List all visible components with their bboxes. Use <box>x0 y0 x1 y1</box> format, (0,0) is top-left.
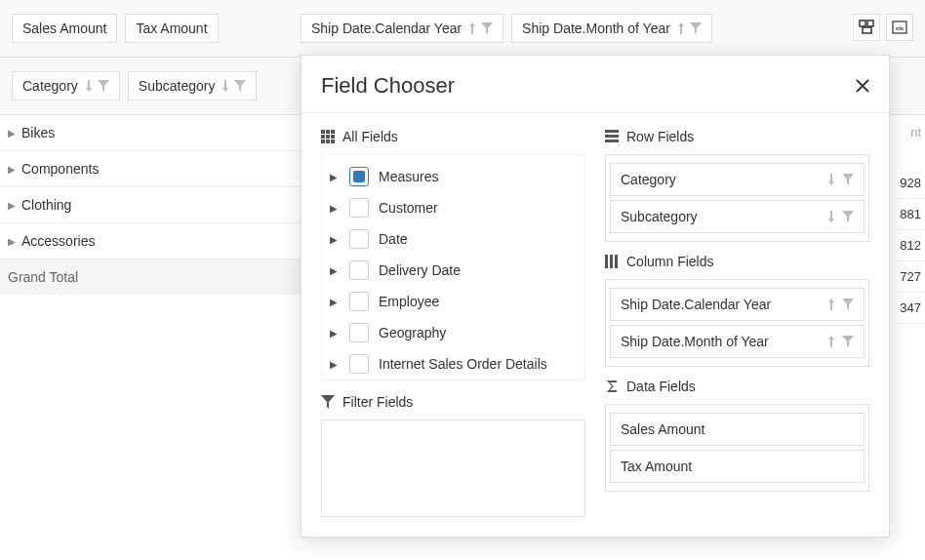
field-item-label: Ship Date.Calendar Year <box>621 297 771 312</box>
field-item[interactable]: Category <box>610 163 865 196</box>
filter-icon <box>842 211 854 222</box>
expand-icon[interactable]: ▶ <box>8 236 16 247</box>
field-item[interactable]: Sales Amount <box>610 413 865 446</box>
filter-fields-dropzone[interactable] <box>321 420 585 517</box>
sort-desc-icon <box>826 211 836 222</box>
grid-icon <box>321 130 335 143</box>
row-chip-category[interactable]: Category <box>12 71 120 100</box>
tree-item[interactable]: ▶Date <box>326 223 581 255</box>
close-button[interactable] <box>856 79 869 93</box>
svg-rect-10 <box>331 135 335 139</box>
svg-rect-1 <box>867 20 873 26</box>
tree-item-label: Geography <box>379 325 446 340</box>
columns-icon <box>605 255 619 268</box>
row-fields-section: Row Fields CategorySubcategory <box>605 129 869 242</box>
tree-item[interactable]: ▶Customer <box>326 192 581 223</box>
all-fields-section: All Fields ▶Measures▶Customer▶Date▶Deliv… <box>321 129 585 380</box>
filter-icon <box>321 395 335 409</box>
field-item-label: Tax Amount <box>621 459 692 474</box>
field-chooser-button[interactable] <box>853 14 880 41</box>
tree-item-label: Internet Sales Order Details <box>379 356 547 372</box>
sort-desc-icon <box>826 174 836 185</box>
sort-asc-icon <box>826 299 836 310</box>
row-fields-area[interactable]: Category Subcategory <box>12 71 301 100</box>
data-fields-section: Data Fields Sales AmountTax Amount <box>605 379 869 492</box>
checkbox[interactable] <box>349 198 369 218</box>
tree-item[interactable]: ▶Internet Sales Order Details <box>326 348 581 380</box>
all-fields-tree[interactable]: ▶Measures▶Customer▶Date▶Delivery Date▶Em… <box>321 154 585 380</box>
checkbox[interactable] <box>349 323 369 342</box>
field-item-label: Category <box>621 172 676 187</box>
section-label: Filter Fields <box>342 394 413 410</box>
filter-icon <box>481 22 493 34</box>
tree-item-label: Measures <box>379 169 438 184</box>
column-fields-dropzone[interactable]: Ship Date.Calendar YearShip Date.Month o… <box>605 279 869 367</box>
tree-item[interactable]: ▶Delivery Date <box>326 255 581 286</box>
svg-rect-0 <box>860 20 865 26</box>
tree-item[interactable]: ▶Geography <box>326 317 581 348</box>
column-chip-year[interactable]: Ship Date.Calendar Year <box>301 14 503 43</box>
section-label: Column Fields <box>626 254 713 269</box>
column-chip-month[interactable]: Ship Date.Month of Year <box>511 14 712 43</box>
filter-icon <box>842 299 854 310</box>
tree-item[interactable]: ▶Measures <box>326 161 581 192</box>
field-item-label: Sales Amount <box>621 421 704 437</box>
expand-icon[interactable]: ▶ <box>330 265 340 276</box>
filter-fields-section: Filter Fields <box>321 394 585 517</box>
svg-rect-6 <box>326 130 330 134</box>
expand-icon[interactable]: ▶ <box>8 128 16 139</box>
row-header-item[interactable]: ▶Bikes <box>0 115 301 151</box>
svg-rect-16 <box>605 140 619 142</box>
expand-icon[interactable]: ▶ <box>330 328 340 339</box>
visible-data-column: 928 881 812 727 347 <box>896 168 925 324</box>
row-header-item[interactable]: ▶Components <box>0 151 301 187</box>
data-fields-dropzone[interactable]: Sales AmountTax Amount <box>605 404 869 492</box>
row-fields-dropzone[interactable]: CategorySubcategory <box>605 154 869 242</box>
expand-icon[interactable]: ▶ <box>330 234 340 245</box>
sort-asc-icon <box>676 22 686 34</box>
section-label: All Fields <box>342 129 398 144</box>
svg-rect-9 <box>326 135 330 139</box>
expand-icon[interactable]: ▶ <box>8 164 16 175</box>
close-icon <box>856 79 869 93</box>
popup-title: Field Chooser <box>321 73 455 99</box>
svg-rect-12 <box>326 140 330 143</box>
data-cell: 347 <box>896 293 925 324</box>
row-header-item[interactable]: ▶Accessories <box>0 223 301 260</box>
tree-item[interactable]: ▶Employee <box>326 286 581 317</box>
expand-icon[interactable]: ▶ <box>330 297 340 307</box>
field-item[interactable]: Ship Date.Month of Year <box>610 325 865 358</box>
section-label: Data Fields <box>626 379 696 394</box>
field-item[interactable]: Subcategory <box>610 200 865 233</box>
expand-icon[interactable]: ▶ <box>330 359 340 370</box>
data-chip-tax[interactable]: Tax Amount <box>125 14 218 43</box>
data-cell: 928 <box>896 168 925 199</box>
row-chip-subcategory[interactable]: Subcategory <box>128 71 258 100</box>
column-fields-area[interactable]: Ship Date.Calendar Year Ship Date.Month … <box>301 14 913 43</box>
svg-rect-19 <box>615 255 618 268</box>
field-item[interactable]: Ship Date.Calendar Year <box>610 288 865 321</box>
data-chip-sales[interactable]: Sales Amount <box>12 14 117 43</box>
filter-icon <box>842 174 854 185</box>
filter-icon <box>842 336 854 347</box>
row-header-item[interactable]: ▶Clothing <box>0 187 301 223</box>
export-button[interactable]: xls <box>886 14 913 41</box>
checkbox[interactable] <box>349 292 369 311</box>
expand-icon[interactable]: ▶ <box>330 203 340 214</box>
svg-rect-8 <box>321 135 325 139</box>
checkbox[interactable] <box>349 229 369 249</box>
svg-rect-11 <box>321 140 325 143</box>
checkbox[interactable] <box>349 260 369 280</box>
expand-icon[interactable]: ▶ <box>8 200 16 211</box>
expand-icon[interactable]: ▶ <box>330 172 340 182</box>
data-fields-area[interactable]: Sales Amount Tax Amount <box>12 14 301 43</box>
field-item[interactable]: Tax Amount <box>610 450 865 483</box>
checkbox[interactable] <box>349 167 369 186</box>
tree-item-label: Customer <box>379 200 438 216</box>
layout-icon <box>859 20 874 35</box>
row-headers: ▶Bikes ▶Components ▶Clothing ▶Accessorie… <box>0 115 301 295</box>
svg-rect-17 <box>605 255 608 268</box>
checkbox[interactable] <box>349 354 369 374</box>
sort-desc-icon <box>84 80 94 92</box>
field-item-label: Subcategory <box>621 209 698 224</box>
